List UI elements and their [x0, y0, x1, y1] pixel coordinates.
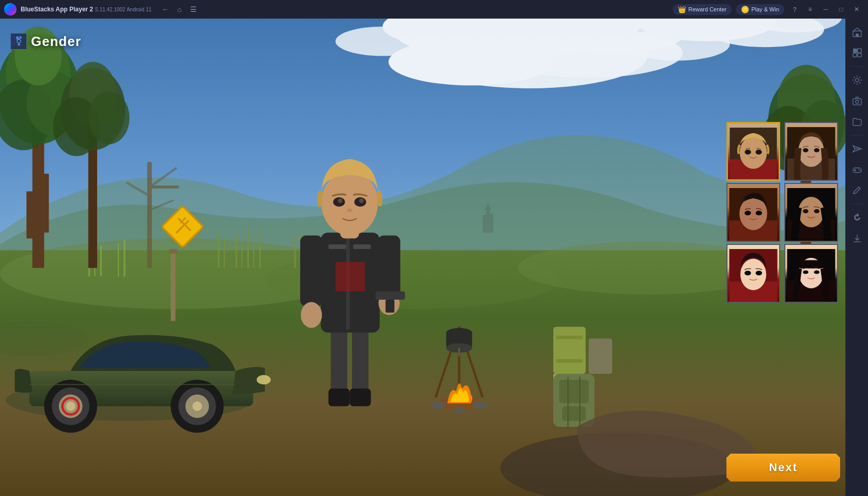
game-area: ! — [0, 19, 845, 496]
character-card-4[interactable] — [784, 183, 838, 242]
maximize-button[interactable]: □ — [834, 3, 848, 16]
sidebar-icon-gamepad[interactable] — [848, 160, 866, 179]
svg-rect-55 — [149, 185, 179, 189]
svg-point-99 — [359, 198, 364, 203]
svg-rect-159 — [858, 53, 861, 57]
sidebar-divider-3 — [850, 204, 864, 204]
character-card-5[interactable] — [726, 244, 780, 303]
app-version: 5.11.42.1002 Android 11 — [95, 7, 151, 12]
svg-rect-92 — [376, 291, 405, 300]
home-button[interactable]: ⌂ — [175, 4, 183, 14]
sidebar-icon-settings[interactable] — [848, 71, 866, 89]
svg-point-109 — [431, 401, 445, 409]
svg-point-145 — [740, 259, 766, 290]
gender-title: Gender — [31, 34, 81, 50]
svg-rect-80 — [352, 327, 368, 397]
svg-point-152 — [803, 270, 809, 274]
svg-rect-79 — [331, 327, 347, 397]
svg-rect-89 — [378, 236, 400, 300]
svg-rect-25 — [253, 236, 254, 268]
svg-point-132 — [814, 148, 819, 152]
character-card-1[interactable] — [726, 122, 780, 181]
next-button-label: Next — [769, 461, 798, 474]
sidebar-divider-2 — [850, 135, 864, 135]
sidebar-icon-download[interactable] — [848, 229, 866, 247]
svg-rect-151 — [799, 260, 824, 268]
svg-rect-119 — [562, 406, 586, 421]
character-card-2[interactable] — [784, 122, 838, 181]
svg-point-90 — [301, 302, 322, 328]
coin-icon: 🪙 — [741, 6, 749, 13]
back-button[interactable]: ← — [160, 4, 171, 14]
minimize-button[interactable]: ─ — [818, 3, 833, 16]
svg-point-127 — [755, 150, 762, 155]
character-card-3[interactable] — [726, 183, 780, 242]
sidebar-icon-folder[interactable] — [848, 112, 866, 131]
svg-point-130 — [798, 135, 824, 167]
sidebar-icon-plane[interactable] — [848, 140, 866, 158]
play-win-button[interactable]: 🪙 Play & Win — [736, 4, 784, 15]
svg-point-98 — [338, 198, 343, 203]
titlebar: BlueStacks App Player 2 5.11.42.1002 And… — [0, 0, 868, 19]
next-button[interactable]: Next — [726, 454, 840, 482]
svg-point-48 — [88, 91, 130, 145]
svg-rect-158 — [853, 53, 857, 57]
gender-label: ⚧ Gender — [10, 33, 81, 50]
svg-rect-114 — [556, 359, 583, 363]
svg-point-146 — [745, 271, 751, 275]
gender-icon: ⚧ — [15, 36, 23, 47]
svg-rect-60 — [171, 250, 175, 321]
svg-point-111 — [453, 408, 465, 413]
svg-point-12 — [494, 28, 683, 78]
svg-point-162 — [856, 100, 859, 103]
svg-point-77 — [257, 375, 271, 384]
sidebar-icon-layers[interactable] — [848, 43, 866, 62]
sidebar-icon-home[interactable] — [848, 23, 866, 41]
svg-rect-155 — [856, 34, 859, 37]
svg-rect-22 — [236, 233, 237, 268]
sidebar-icon-edit[interactable] — [848, 181, 866, 199]
svg-rect-81 — [329, 389, 350, 406]
svg-point-110 — [473, 401, 487, 409]
svg-rect-161 — [853, 99, 861, 105]
svg-point-147 — [755, 271, 762, 275]
crown-icon: 👑 — [678, 6, 686, 13]
reward-center-button[interactable]: 👑 Reward Center — [673, 4, 732, 15]
sidebar-icon-camera[interactable] — [848, 91, 866, 110]
svg-rect-88 — [300, 236, 322, 306]
svg-point-168 — [859, 170, 860, 171]
close-button[interactable]: ✕ — [849, 3, 864, 16]
character-grid — [726, 122, 840, 303]
svg-rect-156 — [853, 49, 857, 53]
character-card-6[interactable] — [784, 244, 838, 303]
bluestacks-logo — [4, 3, 17, 16]
svg-rect-54 — [147, 162, 152, 268]
svg-rect-14 — [486, 210, 490, 233]
svg-line-169 — [859, 187, 860, 189]
bookmark-button[interactable]: ☰ — [188, 4, 199, 14]
menu-button[interactable]: ≡ — [803, 3, 817, 16]
play-win-label: Play & Win — [751, 6, 779, 12]
game-background: ! — [0, 19, 845, 496]
sidebar-icon-refresh[interactable] — [848, 208, 866, 227]
sidebar-divider-1 — [850, 66, 864, 67]
svg-point-160 — [855, 79, 859, 82]
svg-rect-23 — [241, 239, 242, 268]
svg-rect-118 — [559, 380, 588, 404]
svg-rect-61 — [169, 249, 177, 254]
svg-point-167 — [858, 169, 859, 170]
svg-point-142 — [814, 209, 819, 213]
svg-rect-35 — [123, 240, 125, 277]
svg-rect-34 — [118, 243, 119, 277]
svg-rect-157 — [858, 49, 861, 53]
svg-rect-38 — [43, 174, 49, 233]
svg-rect-82 — [350, 389, 371, 406]
svg-point-71 — [66, 401, 75, 411]
help-button[interactable]: ? — [788, 3, 801, 16]
svg-rect-26 — [259, 231, 260, 268]
svg-rect-112 — [553, 327, 586, 374]
svg-rect-33 — [100, 245, 102, 276]
main-layout: ! — [0, 19, 868, 496]
svg-rect-24 — [247, 229, 249, 268]
svg-point-153 — [814, 270, 819, 274]
